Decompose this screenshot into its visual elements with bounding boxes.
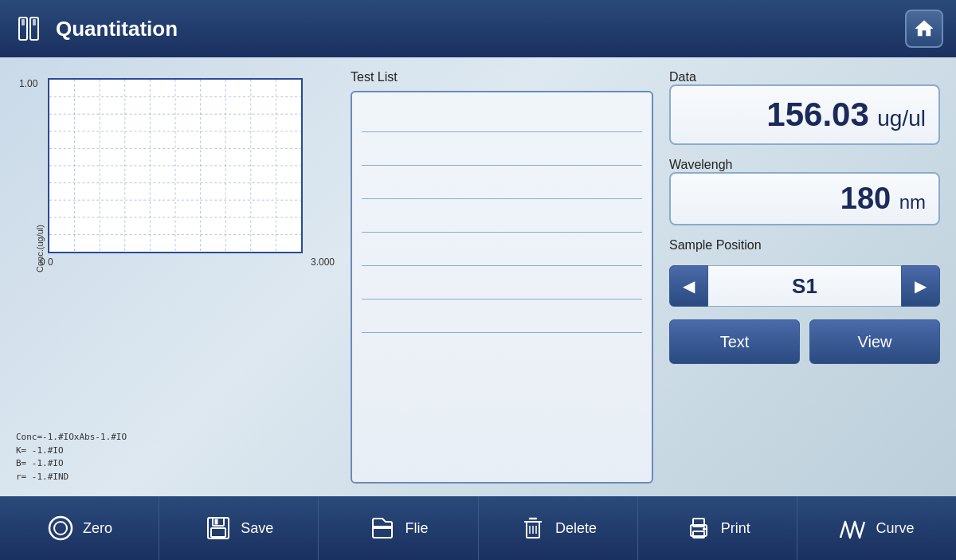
data-value: 156.03 bbox=[766, 96, 868, 133]
curve-icon bbox=[839, 514, 868, 542]
wavelength-value: 180 bbox=[840, 182, 891, 215]
data-value-box: 156.03 ug/ul bbox=[669, 84, 940, 145]
file-label: Flie bbox=[405, 520, 428, 537]
data-label: Data bbox=[669, 70, 696, 84]
sample-next-button[interactable]: ▶ bbox=[901, 265, 940, 307]
list-item[interactable] bbox=[362, 132, 642, 166]
action-buttons: Text View bbox=[669, 319, 940, 364]
wavelength-unit: nm bbox=[899, 191, 926, 213]
delete-icon bbox=[519, 514, 547, 542]
list-item[interactable] bbox=[362, 166, 642, 199]
header: Quantitation bbox=[0, 0, 956, 57]
data-panel: Data 156.03 ug/ul Wavelengh 180 nm Sampl… bbox=[669, 70, 940, 484]
chart-inner: 1.00 .grid-v { stroke: #6688bb; stroke-w… bbox=[48, 78, 335, 268]
svg-rect-2 bbox=[22, 19, 25, 25]
list-item[interactable] bbox=[362, 199, 642, 233]
chart-y-max: 1.00 bbox=[19, 78, 37, 89]
svg-rect-26 bbox=[211, 528, 225, 537]
chart-area: Conc.(ug/ul) 1.00 .grid-v { stroke: #668… bbox=[16, 70, 335, 484]
quantitation-icon bbox=[13, 13, 45, 45]
main-content: Conc.(ug/ul) 1.00 .grid-v { stroke: #668… bbox=[0, 57, 956, 496]
test-list-area: Test List bbox=[351, 70, 653, 484]
view-button[interactable]: View bbox=[809, 319, 940, 364]
text-button[interactable]: Text bbox=[669, 319, 800, 364]
data-section: Data 156.03 ug/ul bbox=[669, 70, 940, 145]
svg-rect-25 bbox=[213, 518, 224, 526]
svg-point-23 bbox=[54, 522, 67, 535]
zero-label: Zero bbox=[83, 520, 112, 537]
sample-position-controls: ◀ S1 ▶ bbox=[669, 265, 940, 307]
print-button[interactable]: Print bbox=[638, 496, 797, 560]
list-item[interactable] bbox=[362, 333, 642, 366]
chart-container: Conc.(ug/ul) 1.00 .grid-v { stroke: #668… bbox=[16, 70, 335, 426]
chart-grid: .grid-v { stroke: #6688bb; stroke-width:… bbox=[49, 80, 301, 252]
header-left: Quantitation bbox=[13, 13, 178, 45]
test-list-label: Test List bbox=[351, 70, 653, 84]
chart-x-max: 3.000 bbox=[311, 257, 335, 268]
list-item[interactable] bbox=[362, 300, 642, 333]
file-button[interactable]: Flie bbox=[319, 496, 478, 560]
equation-2: K= -1.#IO bbox=[16, 444, 335, 458]
wavelength-label: Wavelengh bbox=[669, 158, 732, 171]
zero-button[interactable]: Zero bbox=[0, 496, 159, 560]
print-icon bbox=[684, 514, 713, 542]
save-label: Save bbox=[241, 520, 273, 537]
sample-position-value: S1 bbox=[708, 265, 901, 307]
zero-icon bbox=[46, 514, 75, 542]
home-icon bbox=[913, 18, 935, 40]
equation-3: B= -1.#IO bbox=[16, 457, 335, 471]
chart-y-min: 0 bbox=[40, 257, 45, 268]
page-title: Quantitation bbox=[56, 17, 178, 41]
curve-label: Curve bbox=[876, 520, 914, 537]
list-item[interactable] bbox=[362, 233, 642, 266]
svg-rect-3 bbox=[33, 19, 36, 25]
chart-canvas: .grid-v { stroke: #6688bb; stroke-width:… bbox=[48, 78, 303, 253]
equation-1: Conc=-1.#IOxAbs-1.#IO bbox=[16, 431, 335, 444]
data-unit: ug/ul bbox=[877, 106, 926, 131]
svg-rect-27 bbox=[215, 519, 217, 524]
save-button[interactable]: Save bbox=[159, 496, 319, 560]
curve-button[interactable]: Curve bbox=[797, 496, 956, 560]
home-button[interactable] bbox=[905, 10, 943, 48]
equation-4: r= -1.#IND bbox=[16, 471, 335, 484]
print-label: Print bbox=[721, 520, 750, 537]
list-item[interactable] bbox=[362, 99, 642, 132]
delete-label: Delete bbox=[555, 520, 597, 537]
sample-position-area: Sample Position ◀ S1 ▶ bbox=[669, 238, 940, 307]
wavelength-section: Wavelengh 180 nm bbox=[669, 158, 940, 225]
chart-x-min: 0 bbox=[48, 257, 53, 268]
list-item[interactable] bbox=[362, 266, 642, 300]
toolbar: Zero Save Flie bbox=[0, 496, 956, 560]
file-icon bbox=[368, 514, 397, 542]
chart-equations: Conc=-1.#IOxAbs-1.#IO K= -1.#IO B= -1.#I… bbox=[16, 431, 335, 484]
chart-x-axis: 0 3.000 bbox=[48, 253, 335, 268]
sample-position-label: Sample Position bbox=[669, 238, 940, 253]
svg-point-38 bbox=[703, 528, 705, 531]
wavelength-box: 180 nm bbox=[669, 172, 940, 225]
test-list-box bbox=[351, 91, 653, 484]
svg-point-22 bbox=[49, 517, 72, 539]
delete-button[interactable]: Delete bbox=[479, 496, 638, 560]
sample-prev-button[interactable]: ◀ bbox=[669, 265, 708, 307]
save-icon bbox=[204, 514, 233, 542]
